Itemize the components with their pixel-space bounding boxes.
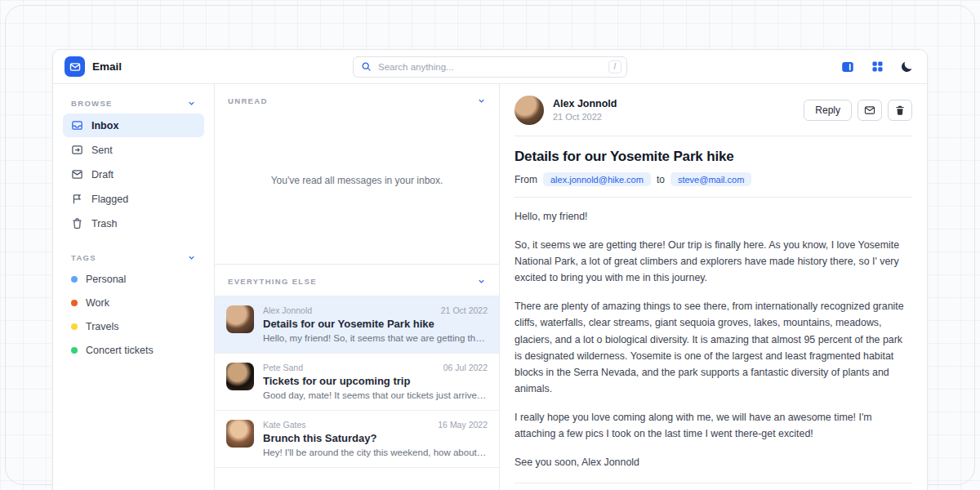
mail-preview: Hello, my friend! So, it seems that we a… [263, 333, 488, 343]
flag-icon [71, 193, 83, 205]
mark-unread-button[interactable] [858, 100, 882, 121]
sidebar-item-label: Draft [91, 169, 114, 180]
search-input[interactable] [378, 62, 602, 72]
sidebar-item-label: Inbox [91, 120, 118, 131]
unread-section-header[interactable]: Unread [215, 84, 499, 115]
trash-icon [71, 217, 83, 229]
envelope-icon [864, 105, 875, 116]
send-icon [71, 144, 83, 156]
divider [514, 136, 912, 136]
mail-preview: Good day, mate! It seems that our ticket… [263, 390, 488, 400]
mail-date: 16 May 2022 [438, 420, 488, 430]
tags-section: Tags Personal Work Travels [63, 247, 204, 362]
everything-else-label: Everything else [228, 277, 317, 286]
draft-icon [71, 168, 83, 180]
app-header: Email / [53, 50, 927, 84]
sidebar-item-label: Flagged [91, 194, 128, 205]
body-paragraph: See you soon, Alex Jonnold [514, 454, 912, 470]
mail-preview: Hey! I'll be around the city this weeken… [263, 448, 488, 457]
mail-list-item[interactable]: Kate Gates 16 May 2022 Brunch this Satur… [215, 410, 499, 468]
tag-label: Concert tickets [86, 345, 154, 356]
tag-label: Travels [86, 321, 119, 332]
sidebar-item-trash[interactable]: Trash [63, 212, 204, 235]
mail-list-item[interactable]: Pete Sand 06 Jul 2022 Tickets for our up… [215, 353, 499, 410]
unread-empty-state: You've read all messages in your inbox. [215, 115, 499, 246]
unread-section-label: Unread [228, 96, 268, 105]
mail-list-item[interactable]: Alex Jonnold 21 Oct 2022 Details for our… [215, 296, 499, 353]
mail-sender: Alex Jonnold [263, 305, 312, 315]
chevron-down-icon [187, 253, 196, 262]
tag-item-personal[interactable]: Personal [63, 268, 204, 291]
tag-label: Personal [86, 274, 126, 285]
detail-sender-avatar [514, 96, 544, 125]
tags-section-label: Tags [71, 253, 96, 262]
sender-avatar [226, 363, 254, 390]
body-paragraph: There are plenty of amazing things to se… [514, 298, 912, 397]
divider [514, 483, 912, 483]
detail-sender-name: Alex Jonnold [553, 97, 617, 111]
sidebar-item-flagged[interactable]: Flagged [63, 187, 204, 211]
reply-button[interactable]: Reply [804, 100, 852, 121]
sidebar-item-inbox[interactable]: Inbox [63, 114, 204, 137]
tag-color-dot [71, 323, 78, 330]
tag-item-concert-tickets[interactable]: Concert tickets [63, 339, 204, 362]
trash-icon [894, 105, 906, 116]
browse-section-label: Browse [71, 99, 113, 108]
inbox-icon [71, 119, 83, 131]
tag-color-dot [71, 300, 78, 306]
chevron-down-icon [187, 99, 196, 108]
sidebar-item-label: Trash [91, 218, 118, 229]
from-email-chip[interactable]: alex.jonnold@hike.com [543, 172, 651, 186]
browse-section-header[interactable]: Browse [63, 92, 204, 114]
apps-grid-icon[interactable] [868, 58, 886, 76]
delete-button[interactable] [888, 100, 912, 121]
tag-item-travels[interactable]: Travels [63, 315, 204, 338]
detail-meta-row: From alex.jonnold@hike.com to steve@mail… [514, 172, 912, 186]
from-label: From [514, 174, 537, 185]
main-columns: Browse Inbox Sent [53, 84, 927, 490]
body-paragraph: So, it seems we are getting there! Our t… [514, 237, 912, 286]
divider [514, 197, 912, 198]
sidebar: Browse Inbox Sent [53, 84, 214, 490]
mail-item-content: Pete Sand 06 Jul 2022 Tickets for our up… [263, 363, 488, 400]
mail-sender: Kate Gates [263, 420, 306, 430]
sender-avatar [226, 305, 254, 333]
mail-item-content: Alex Jonnold 21 Oct 2022 Details for our… [263, 305, 488, 343]
mail-list-column: Unread You've read all messages in your … [214, 84, 500, 490]
sidebar-item-draft[interactable]: Draft [63, 163, 204, 186]
to-label: to [657, 174, 665, 185]
app-title: Email [92, 60, 122, 73]
tags-section-header[interactable]: Tags [63, 247, 204, 268]
tag-label: Work [86, 297, 109, 309]
search-box[interactable]: / [353, 56, 627, 78]
body-paragraph: Hello, my friend! [514, 208, 912, 225]
everything-else-section-header[interactable]: Everything else [215, 264, 499, 296]
sidebar-item-sent[interactable]: Sent [63, 138, 204, 162]
sidebar-item-label: Sent [91, 145, 113, 156]
detail-actions: Reply [804, 100, 912, 121]
mail-detail-pane: Alex Jonnold 21 Oct 2022 Reply [500, 84, 927, 490]
message-body: Hello, my friend! So, it seems we are ge… [514, 208, 912, 470]
chevron-down-icon [477, 277, 486, 286]
detail-date: 21 Oct 2022 [553, 111, 617, 123]
mail-subject: Tickets for our upcoming trip [263, 375, 488, 387]
email-logo-icon [65, 56, 85, 77]
search-zone: / [342, 56, 638, 78]
mail-subject: Details for our Yosemite Park hike [263, 318, 488, 330]
mail-item-content: Kate Gates 16 May 2022 Brunch this Satur… [263, 420, 488, 457]
to-email-chip[interactable]: steve@mail.com [670, 172, 751, 186]
mail-date: 06 Jul 2022 [443, 363, 488, 372]
detail-subject: Details for our Yosemite Park hike [514, 149, 912, 165]
dark-mode-moon-icon[interactable] [898, 58, 915, 76]
brand: Email [65, 56, 334, 77]
body-paragraph: I really hope you love coming along with… [514, 409, 912, 442]
search-shortcut-key: / [608, 60, 621, 74]
search-icon [361, 61, 372, 72]
tag-item-work[interactable]: Work [63, 292, 204, 314]
mail-sender: Pete Sand [263, 363, 303, 372]
panel-toggle-icon[interactable] [839, 58, 857, 76]
tag-color-dot [71, 276, 78, 283]
mail-date: 21 Oct 2022 [441, 305, 488, 315]
tag-color-dot [71, 347, 78, 354]
chevron-down-icon [477, 96, 486, 105]
